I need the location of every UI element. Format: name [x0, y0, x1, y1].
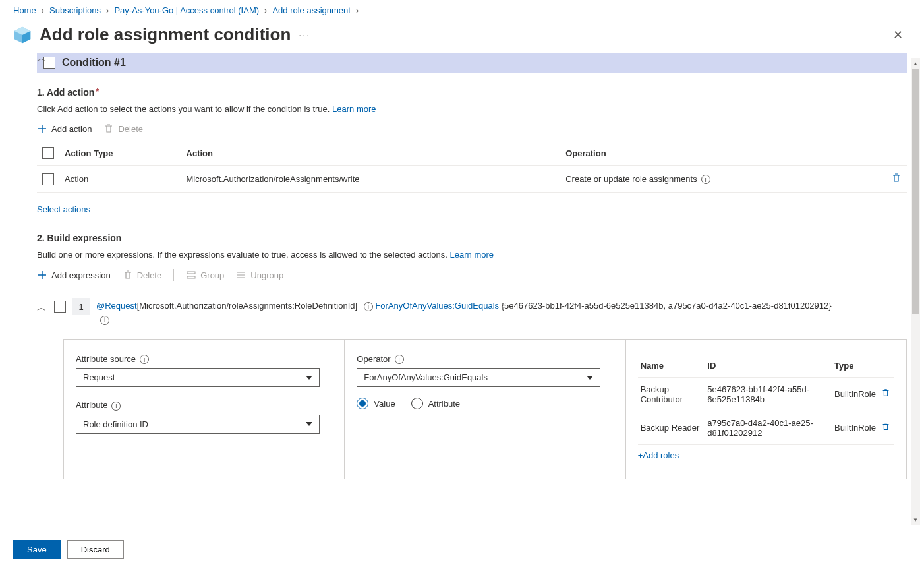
actions-table: Action Type Action Operation Action Micr…	[37, 142, 907, 193]
discard-button[interactable]: Discard	[67, 540, 124, 559]
delete-role-icon[interactable]	[881, 390, 890, 400]
expression-summary: @Request[Microsoft.Authorization/roleAss…	[96, 299, 907, 327]
trash-icon	[123, 270, 133, 280]
plus-icon	[37, 270, 47, 280]
operator-select[interactable]: ForAnyOfAnyValues:GuidEquals	[357, 368, 600, 387]
action-row-checkbox[interactable]	[42, 173, 54, 185]
delete-expression-button[interactable]: Delete	[123, 270, 162, 280]
info-icon[interactable]: i	[701, 175, 710, 184]
role-row: Backup Contributor 5e467623-bb1f-42f4-a5…	[638, 377, 894, 411]
delete-action-row-icon[interactable]	[891, 175, 902, 185]
scroll-up-icon[interactable]: ▲	[911, 58, 920, 69]
collapse-expression-icon[interactable]: ︿	[37, 302, 47, 314]
resource-cube-icon	[13, 26, 32, 44]
chevron-right-icon: ›	[356, 5, 359, 15]
action-row-type: Action	[59, 166, 181, 193]
scrollbar-thumb[interactable]	[912, 69, 919, 314]
chevron-right-icon: ›	[106, 5, 109, 15]
expression-checkbox[interactable]	[54, 301, 66, 313]
attribute-source-label: Attribute sourcei	[76, 354, 332, 365]
scroll-down-icon[interactable]: ▼	[911, 514, 920, 525]
add-action-learn-more[interactable]: Learn more	[332, 104, 376, 114]
more-icon[interactable]: ···	[299, 30, 310, 40]
trash-icon	[103, 123, 114, 134]
ungroup-icon	[236, 270, 246, 280]
collapse-condition-icon[interactable]: ︿	[37, 53, 46, 65]
breadcrumb-home[interactable]: Home	[13, 5, 36, 15]
col-type: Type	[832, 357, 879, 378]
delete-action-button[interactable]: Delete	[103, 123, 143, 134]
add-roles-link[interactable]: +Add roles	[638, 450, 679, 460]
attribute-select[interactable]: Role definition ID	[76, 415, 320, 434]
svg-rect-4	[187, 276, 195, 278]
operator-label: Operatori	[357, 354, 613, 365]
roles-table: Name ID Type Backup Contributor 5e467623…	[638, 357, 894, 445]
values-panel: Name ID Type Backup Contributor 5e467623…	[625, 340, 906, 479]
operator-panel: Operatori ForAnyOfAnyValues:GuidEquals V…	[344, 340, 625, 479]
group-icon	[186, 270, 196, 280]
attribute-panel: Attribute sourcei Request Attributei Rol…	[64, 340, 344, 479]
expression-number: 1	[72, 298, 90, 315]
breadcrumb-iam[interactable]: Pay-As-You-Go | Access control (IAM)	[114, 5, 259, 15]
select-actions-link[interactable]: Select actions	[37, 204, 90, 214]
chevron-right-icon: ›	[264, 5, 267, 15]
action-row-action: Microsoft.Authorization/roleAssignments/…	[181, 166, 561, 193]
attribute-source-select[interactable]: Request	[76, 368, 320, 387]
condition-title: Condition #1	[62, 57, 126, 69]
select-all-actions-checkbox[interactable]	[42, 147, 54, 159]
attribute-label: Attributei	[76, 400, 332, 411]
col-id: ID	[705, 357, 832, 378]
info-icon[interactable]: i	[140, 355, 149, 364]
section-build-expression-title: 2. Build expression	[37, 233, 907, 243]
chevron-right-icon: ›	[42, 5, 44, 15]
plus-icon	[37, 123, 47, 134]
add-action-button[interactable]: Add action	[37, 123, 92, 134]
expression-editor-panels: Attribute sourcei Request Attributei Rol…	[63, 339, 907, 479]
col-operation: Operation	[560, 142, 881, 166]
role-row: Backup Reader a795c7a0-d4a2-40c1-ae25-d8…	[638, 411, 894, 444]
condition-header[interactable]: Condition #1	[37, 53, 907, 73]
toolbar-divider	[173, 269, 174, 281]
info-icon[interactable]: i	[364, 302, 373, 311]
vertical-scrollbar[interactable]: ▲ ▼	[911, 58, 920, 525]
svg-rect-3	[187, 272, 195, 274]
save-button[interactable]: Save	[13, 540, 61, 559]
build-expression-learn-more[interactable]: Learn more	[450, 250, 494, 260]
col-action-type: Action Type	[59, 142, 181, 166]
ungroup-button[interactable]: Ungroup	[236, 270, 283, 280]
group-button[interactable]: Group	[186, 270, 224, 280]
info-icon[interactable]: i	[100, 316, 109, 325]
info-icon[interactable]: i	[111, 402, 121, 411]
breadcrumb-add-role[interactable]: Add role assignment	[272, 5, 351, 15]
breadcrumb-subscriptions[interactable]: Subscriptions	[49, 5, 101, 15]
add-expression-button[interactable]: Add expression	[37, 270, 111, 280]
action-row[interactable]: Action Microsoft.Authorization/roleAssig…	[37, 166, 907, 193]
col-action: Action	[181, 142, 561, 166]
col-name: Name	[638, 357, 705, 378]
value-radio[interactable]: Value	[357, 398, 395, 409]
attribute-radio[interactable]: Attribute	[411, 398, 460, 409]
info-icon[interactable]: i	[395, 355, 404, 364]
section-build-expression-help: Build one or more expressions. If the ex…	[37, 250, 907, 260]
page-title: Add role assignment condition	[40, 24, 291, 45]
section-add-action-title: 1. Add action*	[37, 87, 907, 98]
section-add-action-help: Click Add action to select the actions y…	[37, 104, 907, 114]
close-icon[interactable]: ✕	[890, 27, 906, 43]
breadcrumb: Home › Subscriptions › Pay-As-You-Go | A…	[0, 0, 924, 18]
action-row-operation: Create or update role assignmentsi	[560, 166, 881, 193]
delete-role-icon[interactable]	[881, 423, 890, 433]
required-indicator: *	[96, 87, 99, 96]
